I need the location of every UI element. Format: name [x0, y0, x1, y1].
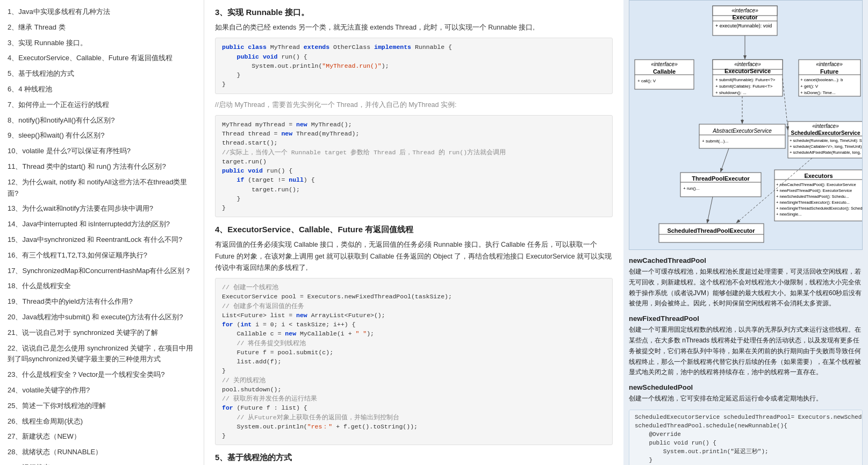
pool-fixed-title: newFixedThreadPool — [629, 314, 863, 323]
sidebar-item-25[interactable]: 25、简述一下你对线程池的理解 — [6, 398, 197, 414]
svg-text:+ newScheduledThreadPool(): Sc: + newScheduledThreadPool(): Schedu... — [776, 194, 849, 199]
svg-text:+ newFixedThreadPool(): Execut: + newFixedThreadPool(): ExecutorService — [776, 188, 852, 193]
sidebar-item-10[interactable]: 10、volatile 是什么?可以保证有序性吗? — [6, 144, 197, 159]
sidebar-item-21[interactable]: 21、说一说自己对于 synchronized 关键字的了解 — [6, 325, 197, 341]
section-5: 5、基于线程池的方式 线程和数据库连接这些资源都是非常宝贵的资源，那么每次需要的… — [215, 453, 613, 465]
svg-text:ExecutorService: ExecutorService — [724, 68, 771, 74]
svg-text:ScheduledExecutorService: ScheduledExecutorService — [791, 130, 860, 136]
svg-text:«interface»: «interface» — [816, 61, 843, 67]
svg-text:+ submit(Runnable): Future<?>: + submit(Runnable): Future<?> — [715, 77, 776, 82]
section-5-title: 5、基于线程池的方式 — [215, 453, 613, 463]
svg-text:«interface»: «interface» — [734, 61, 761, 67]
uml-diagram-area: «interface» Executor + execute(Runnable)… — [629, 0, 863, 250]
sidebar-item-20[interactable]: 20、Java线程池中submit() 和 execute()方法有什么区别? — [6, 310, 197, 325]
section-3-code1: public class MyThread extends OtherClass… — [215, 38, 613, 94]
sidebar-item-6[interactable]: 6、4 种线程池 — [6, 82, 197, 97]
sidebar-item-11[interactable]: 11、Thread 类中的start() 和 run() 方法有什么区别? — [6, 159, 197, 175]
sidebar-item-7[interactable]: 7、如何停止一个正在运行的线程 — [6, 97, 197, 113]
svg-text:+ newSingle...: + newSingle... — [776, 212, 801, 217]
svg-text:Callable: Callable — [653, 68, 676, 75]
sidebar-item-13[interactable]: 13、为什么wait和notify方法要在同步块中调用? — [6, 201, 197, 217]
sidebar-item-27[interactable]: 27、新建状态（NEW） — [6, 429, 197, 445]
sidebar-item-2[interactable]: 2、继承 Thread 类 — [6, 20, 197, 35]
svg-text:Future: Future — [820, 68, 838, 75]
svg-text:AbstractExecutorService: AbstractExecutorService — [712, 128, 772, 134]
sidebar-item-28[interactable]: 28、就绪状态（RUNNABLE） — [6, 445, 197, 460]
svg-text:+ submit(...)...: + submit(...)... — [702, 139, 728, 144]
sidebar-item-24[interactable]: 24、volatile关键字的作用? — [6, 383, 197, 398]
sidebar-item-8[interactable]: 8、notify()和notifyAll()有什么区别? — [6, 113, 197, 128]
section-4-intro: 有返回值的任务必须实现 Callable 接口，类似的，无返回值的任务必须 Ru… — [215, 239, 613, 274]
svg-text:+ schedule(Runnable, long, Tim: + schedule(Runnable, long, TimeUnit): Sc… — [790, 138, 863, 143]
sidebar-item-3[interactable]: 3、实现 Runnable 接口。 — [6, 35, 197, 51]
svg-text:+ run()...: + run()... — [683, 186, 699, 191]
sidebar-item-17[interactable]: 17、SynchronizedMap和ConcurrentHashMap有什么区… — [6, 263, 197, 279]
sidebar-item-23[interactable]: 23、什么是线程安全？Vector是一个线程安全类吗? — [6, 367, 197, 383]
section-4-code1: // 创建一个线程池 ExecutorService pool = Execut… — [215, 278, 613, 445]
sidebar-item-5[interactable]: 5、基于线程池的方式 — [6, 66, 197, 82]
sidebar-nav: 1、Java中实现多线程有几种方法2、继承 Thread 类3、实现 Runna… — [6, 4, 197, 465]
svg-text:+ get(): V: + get(): V — [800, 84, 819, 89]
pool-scheduled-title: newScheduledPool — [629, 383, 863, 391]
sidebar-item-16[interactable]: 16、有三个线程T1,T2,T3,如何保证顺序执行? — [6, 248, 197, 263]
sidebar-item-26[interactable]: 26、线程生命周期(状态) — [6, 414, 197, 430]
pool-cached-desc: 创建一个可缓存线程池，如果线程池长度超过处理需要，可灵活回收空闲线程，若无可回收… — [629, 267, 863, 309]
section-3: 3、实现 Runnable 接口。 如果自己的类已经 extends 另一个类，… — [215, 8, 613, 217]
svg-text:+ newSingleThreadExecutor(): E: + newSingleThreadExecutor(): Executo... — [776, 200, 850, 205]
right-panel: «interface» Executor + execute(Runnable)… — [623, 0, 868, 465]
svg-text:+ execute(Runnable): void: + execute(Runnable): void — [715, 23, 772, 28]
section-3-comment1: //启动 MyThread，需要首先实例化一个 Thread，并传入自己的 My… — [215, 99, 613, 111]
pool-scheduled-desc: 创建一个线程池，它可安排在给定延迟后运行命令或者定期地执行。 — [629, 394, 863, 404]
svg-text:Executors: Executors — [804, 173, 833, 179]
sidebar-item-29[interactable]: 29、运行状态（RUNNING） — [6, 460, 197, 465]
svg-text:ScheduledThreadPoolExecutor: ScheduledThreadPoolExecutor — [667, 227, 755, 234]
sidebar-item-4[interactable]: 4、ExecutorService、Callable、Future 有返回值线程 — [6, 51, 197, 66]
sidebar-item-22[interactable]: 22、说说自己是怎么使用 synchronized 关键字，在项目中用到了吗sy… — [6, 341, 197, 368]
uml-diagram-svg: «interface» Executor + execute(Runnable)… — [629, 1, 863, 248]
svg-text:«interface»: «interface» — [731, 8, 758, 13]
pool-fixed-desc: 创建一个可重用固定线程数的线程池，以共享的无界队列方式来运行这些线程。在某些点，… — [629, 325, 863, 378]
sidebar-item-1[interactable]: 1、Java中实现多线程有几种方法 — [6, 4, 197, 20]
sidebar-item-19[interactable]: 19、Thread类中的yield方法有什么作用? — [6, 294, 197, 310]
svg-text:+ call(): V: + call(): V — [637, 78, 656, 83]
svg-text:+ submit(Callable): Future<T>: + submit(Callable): Future<T> — [715, 84, 773, 89]
main-content: 3、实现 Runnable 接口。 如果自己的类已经 extends 另一个类，… — [204, 0, 623, 465]
svg-text:+ shutdown(): ...: + shutdown(): ... — [715, 90, 747, 95]
pool-scheduled-code: ScheduledExecutorService scheduledThread… — [629, 410, 863, 465]
section-3-code2: MyThread myThread = new MyThread(); Thre… — [215, 115, 613, 218]
pool-cached-title: newCachedThreadPool — [629, 256, 863, 264]
section-4-title: 4、ExecutorService、Callable、Future 有返回值线程 — [215, 225, 613, 235]
svg-text:+ schedule(Callable<V>, long, : + schedule(Callable<V>, long, TimeUnit):… — [790, 144, 863, 149]
sidebar-item-12[interactable]: 12、为什么wait, notify 和 notifyAll这些方法不在thre… — [6, 175, 197, 202]
svg-text:+ isDone(): Time...: + isDone(): Time... — [800, 90, 836, 95]
svg-text:+ newSingleThreadScheduledExec: + newSingleThreadScheduledExecutor(): Sc… — [776, 206, 863, 211]
section-3-title: 3、实现 Runnable 接口。 — [215, 8, 613, 18]
svg-text:+ cancel(boolean...): b: + cancel(boolean...): b — [800, 77, 843, 82]
svg-text:ThreadPoolExecutor: ThreadPoolExecutor — [692, 175, 750, 182]
svg-text:Executor: Executor — [732, 14, 758, 20]
svg-text:+ newCachedThreadPool(): Execu: + newCachedThreadPool(): ExecutorService — [776, 182, 856, 187]
sidebar-item-15[interactable]: 15、Java中synchronized 和 ReentrantLock 有什么… — [6, 232, 197, 248]
sidebar-item-18[interactable]: 18、什么是线程安全 — [6, 278, 197, 294]
sidebar-item-9[interactable]: 9、sleep()和wait() 有什么区别? — [6, 128, 197, 144]
section-4: 4、ExecutorService、Callable、Future 有返回值线程… — [215, 225, 613, 445]
svg-text:«interface»: «interface» — [651, 61, 678, 67]
sidebar-item-14[interactable]: 14、Java中interrupted 和 isInterruptedd方法的区… — [6, 217, 197, 232]
sidebar: 1、Java中实现多线程有几种方法2、继承 Thread 类3、实现 Runna… — [0, 0, 204, 465]
svg-text:«interface»: «interface» — [812, 123, 839, 129]
svg-text:+ scheduleAtFixedRate(Runnable: + scheduleAtFixedRate(Runnable, long, lo… — [790, 150, 863, 155]
section-3-intro: 如果自己的类已经 extends 另一个类，就无法直接 extends Thre… — [215, 22, 613, 33]
